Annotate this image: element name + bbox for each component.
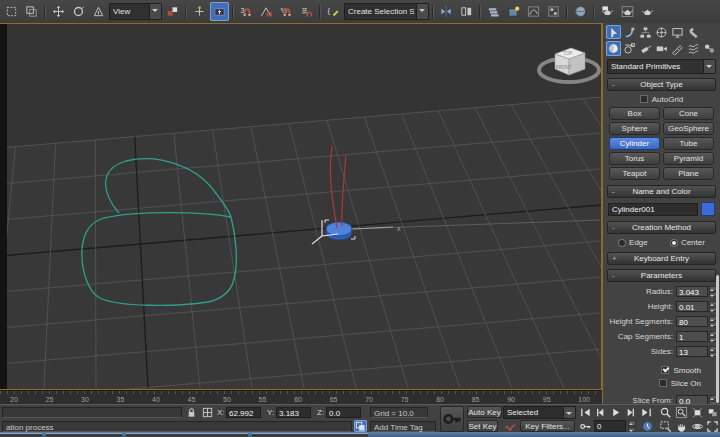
angle-snap-toggle-button[interactable] [257,2,276,21]
category-lights-button[interactable] [638,41,653,56]
add-time-tag[interactable]: Add Time Tag [370,421,436,432]
object-type-button[interactable]: Torus [609,152,660,165]
schematic-view-button[interactable] [544,2,563,21]
category-shapes-button[interactable] [622,41,637,56]
dropdown-arrow-icon[interactable] [703,60,715,73]
primitive-category-dropdown[interactable]: Standard Primitives [607,59,716,74]
tab-modify-button[interactable] [622,25,637,39]
time-configuration-button[interactable] [641,420,654,432]
zoom-button[interactable] [658,406,672,419]
set-key-button[interactable]: Set Key [467,420,498,432]
mirror-button[interactable] [437,2,456,21]
y-coord-field[interactable]: 3.183 [276,407,311,418]
key-mode-toggle[interactable] [578,420,592,432]
zoom-all-button[interactable] [674,406,688,419]
category-systems-button[interactable] [702,41,717,56]
radio-edge[interactable]: Edge [618,238,648,247]
object-type-button[interactable]: Sphere [609,122,660,135]
maximize-viewport-toggle[interactable] [705,420,719,432]
tab-hierarchy-button[interactable] [638,25,653,39]
value-field[interactable]: 0.01 [676,301,708,312]
category-cameras-button[interactable] [654,41,669,56]
viewcube-front-label[interactable]: FRONT [556,65,572,70]
object-type-button[interactable]: Pyramid [663,152,714,165]
go-to-end-button[interactable] [639,406,653,419]
value-field[interactable]: 80 [676,316,708,327]
value-field[interactable]: 3.043 [676,286,708,297]
checkbox[interactable] [661,366,669,374]
align-button[interactable] [457,2,476,21]
object-type-button[interactable]: Cone [663,107,714,120]
radio-center[interactable]: Center [670,238,705,247]
edit-named-selection-sets-button[interactable]: { [324,2,343,21]
play-button[interactable] [609,406,622,419]
scene-explorer-button[interactable] [504,2,523,21]
previous-frame-button[interactable] [593,406,608,419]
named-selection-sets-dropdown[interactable]: Create Selection Se [344,3,429,20]
default-in-out-tangents[interactable] [503,420,517,432]
object-type-button[interactable]: Teapot [609,167,660,180]
object-type-button[interactable]: Plane [663,167,714,180]
material-editor-button[interactable] [571,2,590,21]
use-pivot-point-center-button[interactable] [163,2,182,21]
tab-create-button[interactable] [606,25,621,39]
timeline-ruler[interactable]: 20253035404550556065707580859095100 [0,390,602,404]
zoom-extents-button[interactable] [690,406,704,419]
tab-display-button[interactable] [670,25,685,39]
rollout-object-type[interactable]: - Object Type [607,78,716,91]
render-production-button[interactable] [638,2,657,21]
current-frame-field[interactable]: 0 [594,420,626,432]
autogrid-checkbox[interactable] [640,95,648,103]
tab-motion-button[interactable] [654,25,669,39]
go-to-start-button[interactable] [578,406,592,419]
rollout-parameters[interactable]: - Parameters [607,269,716,282]
spinner-snap-toggle-button[interactable] [297,2,316,21]
absolute-mode-transform-typein[interactable] [200,406,214,419]
zoom-region-button[interactable] [658,420,672,432]
frame-spinner[interactable] [628,420,636,432]
reference-coordinate-system-dropdown[interactable]: View [109,3,162,20]
rectangular-selection-region-button[interactable] [2,2,21,21]
cylinder-object[interactable] [326,222,352,240]
object-color-swatch[interactable] [701,202,715,216]
pan-button[interactable] [674,420,688,432]
orbit-button[interactable] [690,420,704,432]
window-crossing-toggle-button[interactable] [22,2,41,21]
rollout-keyboard-entry[interactable]: + Keyboard Entry [607,252,716,265]
perspective-viewport[interactable]: x [0,23,602,390]
object-type-button[interactable]: Tube [663,137,714,150]
key-filters-button[interactable]: Key Filters... [520,420,575,432]
keyboard-shortcut-override-toggle-button[interactable] [210,2,229,21]
viewcube-top-label[interactable]: TOP [563,51,572,56]
selection-filter-dropdown[interactable]: Selected [503,406,576,419]
percent-snap-toggle-button[interactable]: % [277,2,296,21]
select-and-rotate-button[interactable] [69,2,88,21]
select-and-scale-button[interactable] [89,2,108,21]
object-type-button[interactable]: Cylinder [609,137,660,150]
manage-layers-button[interactable] [484,2,503,21]
render-setup-button[interactable] [598,2,617,21]
rendered-frame-window-button[interactable] [618,2,637,21]
zoom-extents-all-button[interactable] [705,406,719,419]
panel-scrollbar[interactable] [716,275,719,403]
dropdown-arrow-icon[interactable] [149,4,161,19]
select-and-manipulate-button[interactable] [190,2,209,21]
set-keys-button[interactable] [440,406,464,432]
x-coord-field[interactable]: 62.992 [226,407,261,418]
object-type-button[interactable]: Box [609,107,660,120]
next-frame-button[interactable] [623,406,638,419]
z-coord-field[interactable]: 0.0 [326,407,361,418]
value-field[interactable]: 1 [676,331,708,342]
category-space-warps-button[interactable] [686,41,701,56]
object-name-field[interactable]: Cylinder001 [608,203,698,216]
rollout-creation-method[interactable]: - Creation Method [607,221,716,234]
offset-mode-toggle[interactable] [354,420,367,432]
value-field[interactable]: 13 [676,346,708,357]
category-geometry-button[interactable] [606,41,621,56]
curve-editor-button[interactable] [524,2,543,21]
dropdown-arrow-icon[interactable] [416,4,428,19]
auto-key-button[interactable]: Auto Key [467,406,502,418]
category-helpers-button[interactable] [670,41,685,56]
object-type-button[interactable]: GeoSphere [663,122,714,135]
rollout-name-and-color[interactable]: - Name and Color [607,185,716,198]
